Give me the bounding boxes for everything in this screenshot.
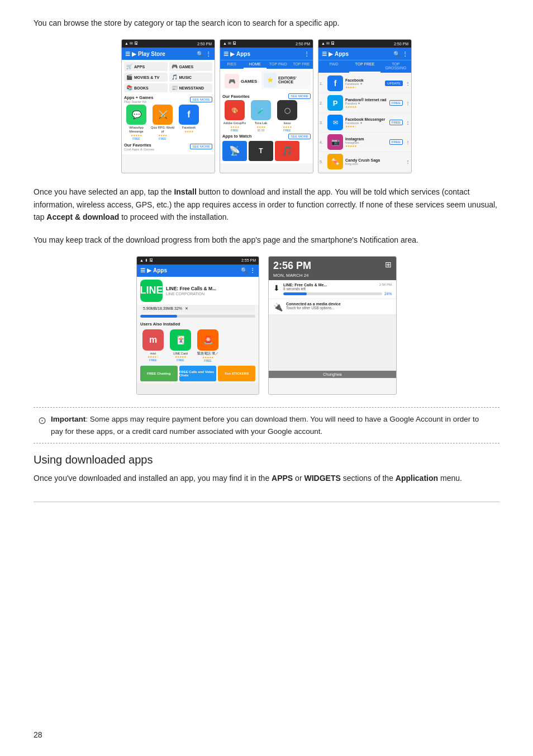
list-item[interactable]: 5. 🍬 Candy Crush Saga King.com ⋮ (318, 152, 411, 172)
also-row: m mixi ★★★★☆ FREE 🃏 LINE Card ★★★★★ FREE… (137, 328, 259, 364)
free-btn-pandora[interactable]: FREE (389, 100, 403, 106)
app-bar-title-dl: ☰ ▶ Apps (140, 267, 167, 273)
tab-bar-2[interactable]: RIES HOME TOP PAID TOP FRE (220, 60, 313, 69)
promo-stickers[interactable]: Fun STICKERS (218, 366, 255, 381)
free-btn-messenger[interactable]: FREE (389, 120, 403, 125)
watch-item-2[interactable]: T (249, 141, 273, 161)
games-label: GAMES (241, 79, 257, 84)
more-item-3[interactable]: ⋮ (406, 120, 410, 125)
messenger-info: Facebook Messenger Facebook ✦ ★★★★☆ (345, 117, 387, 128)
apps-menu-icon-3: ☰ (322, 51, 327, 57)
status-bar-3: ▲ ✉ 🖫 2:50 PM (318, 40, 411, 48)
app-thumb-facebook[interactable]: f Facebook ★★★★ (177, 105, 201, 140)
tab-bar-3[interactable]: PAID TOP FREE TOP GROSSING (318, 60, 411, 73)
promo-chatting[interactable]: FREE Chatting (140, 366, 178, 381)
download-progress-wrap: 5.90MB/18.39MB 32% ✕ (140, 305, 255, 313)
cat-news[interactable]: 📰NEWSSTAND (169, 83, 213, 92)
see-more-btn-watch[interactable]: SEE MORE (288, 134, 311, 139)
also-mixi[interactable]: m mixi ★★★★☆ FREE (140, 329, 166, 362)
more-icon-1[interactable]: ⋮ (206, 51, 211, 57)
free-btn-instagram[interactable]: FREE (389, 139, 403, 145)
important-symbol-icon: ⊙ (38, 414, 46, 427)
list-item[interactable]: 3. ✉ Facebook Messenger Facebook ✦ ★★★★☆… (318, 113, 411, 133)
notif-1-pct: 24% (384, 292, 392, 296)
important-text: Important: Some apps may require payment… (51, 413, 493, 437)
tab-top-fre[interactable]: TOP FRE (290, 60, 313, 69)
cat-apps[interactable]: 🛒APPS (124, 62, 168, 71)
more-item-2[interactable]: ⋮ (406, 101, 410, 106)
apps-title-3: Apps (335, 51, 349, 57)
facebook-name: Facebook (177, 126, 201, 130)
intro-paragraph: You can browse the store by category or … (34, 17, 499, 29)
cat-books-label: BOOKS (134, 86, 149, 90)
rank-5: 5. (320, 160, 325, 164)
search-icon-3[interactable]: 🔍 (393, 51, 400, 57)
watch-item-3[interactable]: 🎵 (275, 141, 299, 161)
more-icon-dl[interactable]: ⋮ (250, 267, 255, 273)
toca-thumb[interactable]: 🧪 Toca Lab ★★★★ $0.99 (249, 100, 273, 132)
watch-item-1[interactable]: 📡 (222, 141, 247, 161)
editors-item[interactable]: ⭐ EDITORS' CHOICE (261, 71, 311, 89)
see-more-btn-1[interactable]: SEE MORE (190, 97, 212, 102)
tab-ries[interactable]: RIES (220, 60, 244, 69)
issuu-name: Issuu (275, 121, 299, 125)
rank-2: 2. (320, 101, 325, 105)
notif-1-progress-wrap: 24% (283, 292, 392, 296)
tab-top-free-3[interactable]: TOP FREE (349, 60, 380, 73)
list-item[interactable]: 1. f Facebook Facebook ✦ ★★★★☆ UPDATE ⋮ (318, 74, 411, 93)
search-icon-1[interactable]: 🔍 (197, 51, 203, 57)
facebook-name-top: Facebook (345, 78, 383, 82)
more-item-5[interactable]: ⋮ (406, 159, 410, 164)
notif-item-1[interactable]: ⬇ LINE: Free Calls & Me... 2:56 PM 8 sec… (269, 280, 396, 299)
whatsapp-icon: 💬 (126, 105, 146, 125)
apps-store-icon-3: ▶ (329, 51, 333, 57)
adobe-thumb[interactable]: 🎨 Adobe GroupPix ★★★★ FREE (222, 100, 247, 132)
cat-music[interactable]: 🎵MUSIC (169, 73, 213, 82)
list-item[interactable]: 4. 📷 Instagram Instagram ★★★★★ FREE ⋮ (318, 133, 411, 152)
tab-top-grossing-3[interactable]: TOP GROSSING (380, 60, 411, 73)
more-item-4[interactable]: ⋮ (406, 140, 410, 145)
pandora-name: Pandora® internet rad (345, 98, 387, 102)
more-icon-3[interactable]: ⋮ (402, 51, 408, 57)
toca-icon: 🧪 (251, 100, 271, 120)
linecard-icon: 🃏 (170, 329, 191, 351)
update-btn-facebook[interactable]: UPDATE (385, 81, 403, 86)
watch-label: Apps to Watch (222, 134, 251, 139)
important-body: Some apps may require payment before you… (51, 415, 479, 436)
cat-books-icon: 📚 (126, 85, 132, 91)
category-grid: 🛒APPS 🎮GAMES 🎬MOVIES & TV 🎵MUSIC 📚BOOKS … (124, 62, 212, 92)
cat-music-label: MUSIC (179, 75, 192, 79)
notif-empty-area (269, 315, 396, 371)
apps-games-row: Apps + Games Play Starter Kit SEE MORE (124, 95, 212, 103)
also-emergency[interactable]: 🚨 緊急電話 簿／ ★★★★★ FREE (195, 329, 221, 362)
search-icon-dl[interactable]: 🔍 (241, 267, 248, 273)
also-linecard[interactable]: 🃏 LINE Card ★★★★★ FREE (168, 329, 193, 362)
promo-row: FREE Chatting FREE Calls and Video Chats… (137, 364, 259, 383)
see-more-btn-favorites[interactable]: SEE MORE (190, 144, 212, 149)
notif-item-2[interactable]: 🔌 Connected as a media device Touch for … (269, 299, 396, 315)
tab-top-paid[interactable]: TOP PAID (266, 60, 290, 69)
favorites-row: Our Favorites Cool Apps & Games SEE MORE (124, 143, 212, 151)
more-item-1[interactable]: ⋮ (406, 81, 410, 86)
close-download-icon[interactable]: ✕ (185, 306, 188, 311)
list-item[interactable]: 2. P Pandora® internet rad Pandora ✦ ★★★… (318, 93, 411, 113)
more-icon-2[interactable]: ⋮ (304, 51, 310, 57)
tab-paid-3[interactable]: PAID (318, 60, 349, 73)
see-more-btn-2[interactable]: SEE MORE (288, 93, 311, 99)
cat-news-icon: 📰 (172, 85, 178, 91)
store-menu-icon: ☰ (125, 51, 130, 57)
tab-home[interactable]: HOME (244, 60, 267, 69)
issuu-thumb[interactable]: ◯ Issuu ★★★★ FREE (275, 100, 299, 132)
notif-grid-icon[interactable]: ⊞ (385, 260, 392, 269)
app-thumb-quiz[interactable]: ⚔️ Quiz RPG: World of ★★★★ FREE (150, 105, 175, 140)
cat-movies[interactable]: 🎬MOVIES & TV (124, 73, 168, 82)
cat-books[interactable]: 📚BOOKS (124, 83, 168, 92)
games-item[interactable]: 🎮 GAMES (222, 71, 259, 91)
app-bar-download: ☰ ▶ Apps 🔍 ⋮ (137, 264, 259, 277)
promo-video[interactable]: FREE Calls and Video Chats (179, 366, 217, 381)
linecard-badge: FREE (168, 358, 193, 362)
app-thumb-whatsapp[interactable]: 💬 WhatsApp Messenge ★★★★★ FREE (124, 105, 149, 140)
screen-body-2: 🎮 GAMES ⭐ EDITORS' CHOICE Our Favorites … (220, 69, 313, 163)
candy-crush-name: Candy Crush Saga (345, 158, 403, 162)
cat-games[interactable]: 🎮GAMES (169, 62, 213, 71)
